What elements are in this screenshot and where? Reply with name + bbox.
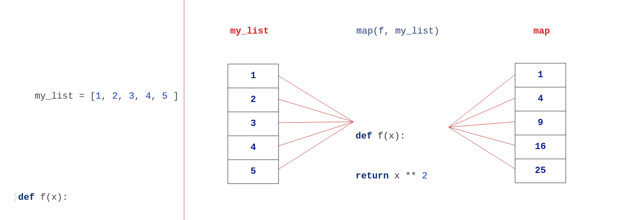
kw-def: def xyxy=(18,192,35,203)
assign-suffix: ] xyxy=(168,91,179,102)
fn-sig-center: f(x): xyxy=(372,131,405,141)
num-4: 4 xyxy=(145,91,151,102)
svg-line-5 xyxy=(449,122,515,127)
output-cell: 1 xyxy=(515,63,566,87)
svg-line-7 xyxy=(449,127,515,145)
svg-line-8 xyxy=(278,122,353,170)
label-output: map xyxy=(533,26,550,37)
svg-line-6 xyxy=(278,122,353,146)
svg-line-1 xyxy=(449,75,515,127)
output-cell: 9 xyxy=(515,111,566,135)
label-map-expr: map(f, my_list) xyxy=(356,26,439,37)
assign-prefix: my_list = [ xyxy=(35,91,96,102)
input-cell: 4 xyxy=(228,136,278,160)
input-cell: 5 xyxy=(228,160,278,183)
num-3: 3 xyxy=(129,91,134,102)
num-2: 2 xyxy=(112,91,118,102)
svg-line-0 xyxy=(278,76,353,122)
code-line-def: }def f(x): xyxy=(13,192,179,204)
output-cell: 16 xyxy=(515,135,566,159)
input-cell: 2 xyxy=(228,88,278,112)
num-1: 1 xyxy=(96,91,101,102)
output-list-column: 1 4 9 16 25 xyxy=(515,63,566,183)
kw-def-center: def xyxy=(356,131,372,141)
kw-return-center: return xyxy=(356,171,389,181)
function-body: def f(x): return x ** 2 xyxy=(356,103,428,196)
svg-line-9 xyxy=(449,127,515,169)
svg-line-3 xyxy=(449,98,515,127)
output-cell: 4 xyxy=(515,87,566,111)
input-cell: 3 xyxy=(228,112,278,136)
svg-line-2 xyxy=(278,99,353,122)
code-line-assign: my_list = [1, 2, 3, 4, 5 ] xyxy=(13,79,179,115)
pane-divider xyxy=(184,0,184,220)
output-cell: 25 xyxy=(515,159,566,183)
return-body-center: x ** xyxy=(389,171,422,181)
label-input-list: my_list xyxy=(230,26,269,37)
fn-sig: f(x): xyxy=(35,192,68,203)
return-num-center: 2 xyxy=(422,171,427,181)
code-block: my_list = [1, 2, 3, 4, 5 ] }def f(x): } … xyxy=(13,55,179,220)
num-5: 5 xyxy=(162,91,167,102)
input-cell: 1 xyxy=(228,64,278,88)
input-list-column: 1 2 3 4 5 xyxy=(228,64,279,184)
svg-line-4 xyxy=(278,122,353,123)
